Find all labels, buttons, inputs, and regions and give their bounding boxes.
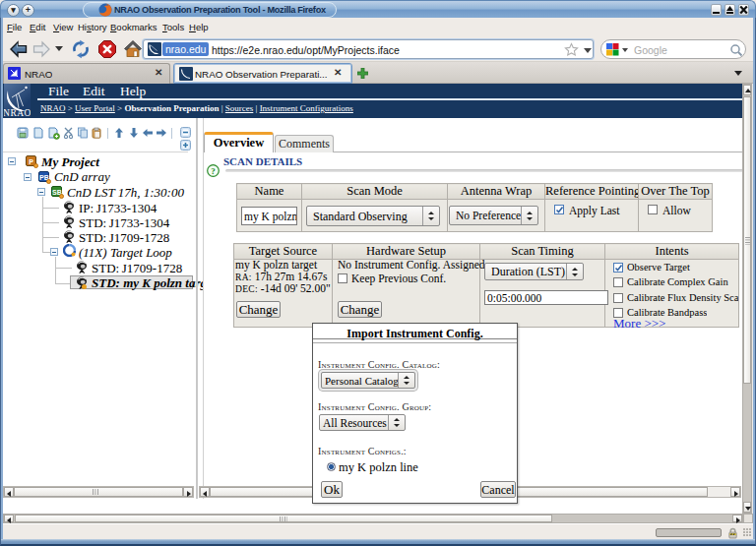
svg-text:?: ? [211,166,216,176]
svg-text:NRAO: NRAO [4,108,31,118]
